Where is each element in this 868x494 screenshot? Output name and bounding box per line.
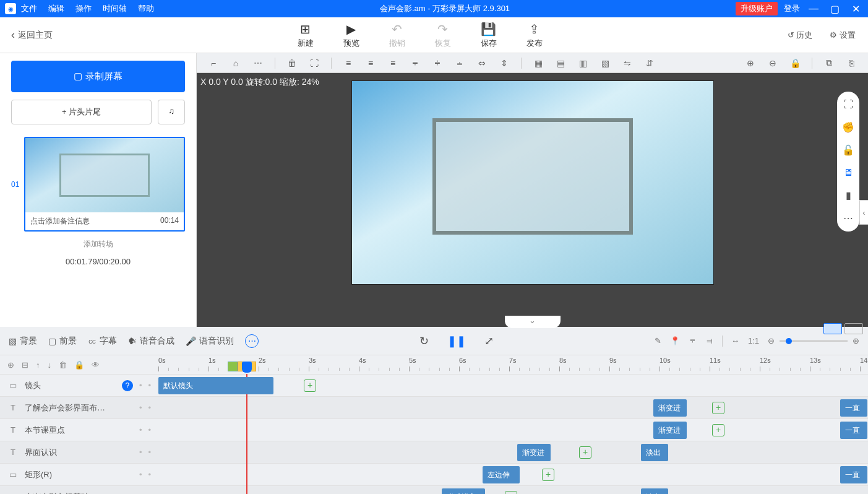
zoom-out-tl-icon[interactable]: ⊖ (768, 336, 775, 345)
tabs-more-button[interactable]: ⋯ (245, 334, 259, 348)
zoom-in-icon[interactable]: ⊕ (742, 58, 758, 68)
timeline-clip[interactable]: 渐变进 (517, 444, 551, 461)
delete-track-icon[interactable]: 🗑 (59, 360, 67, 370)
add-transition-link[interactable]: 添加转场 (11, 239, 185, 249)
close-icon[interactable]: ✕ (848, 3, 863, 15)
add-keyframe-button[interactable]: + (505, 491, 517, 494)
track-dot[interactable]: • (139, 403, 142, 412)
track-lane[interactable]: 默认镜头+ (158, 375, 868, 396)
align-top-icon[interactable]: ⫧ (407, 58, 423, 68)
tab-asr[interactable]: 🎤语音识别 (186, 336, 234, 347)
save-button[interactable]: 💾保存 (481, 22, 497, 49)
menu-edit[interactable]: 编辑 (48, 3, 64, 14)
lock-track-icon[interactable]: 🔒 (74, 360, 84, 370)
align-middle-icon[interactable]: ⫩ (429, 58, 445, 68)
zoom-in-tl-icon[interactable]: ⊕ (853, 336, 859, 345)
timeline-clip[interactable]: 弹跳进入 (442, 488, 485, 494)
track-dot[interactable]: • (139, 381, 142, 390)
lock-icon[interactable]: 🔒 (787, 58, 803, 68)
view-normal-icon[interactable] (823, 323, 842, 334)
track-dot[interactable]: • (139, 470, 142, 479)
track-dot[interactable]: • (139, 425, 142, 435)
clip-item[interactable]: 01 点击添加备注信息 00:14 (11, 137, 185, 232)
preview-button[interactable]: ▶预览 (343, 22, 359, 49)
add-music-button[interactable]: ♫ (158, 100, 185, 124)
fullscreen-icon[interactable]: ⛶ (843, 99, 853, 110)
distrib-h-icon[interactable]: ⇔ (474, 58, 490, 68)
video-preview[interactable] (351, 80, 714, 285)
timeline-clip[interactable]: 一直 (840, 399, 867, 417)
layer-front-icon[interactable]: ▦ (530, 58, 546, 68)
track-lane[interactable]: 渐变进+一直 (158, 397, 868, 418)
fullscreen-play-icon[interactable]: ⤢ (484, 334, 494, 348)
home-icon[interactable]: ⌂ (228, 58, 244, 68)
track-lane[interactable]: 渐变进+一直 (158, 419, 868, 441)
hand-icon[interactable]: ✊ (842, 121, 854, 133)
pause-icon[interactable]: ❚❚ (447, 334, 466, 348)
add-keyframe-button[interactable]: + (712, 424, 724, 436)
zoom-slider[interactable] (780, 340, 848, 342)
track-lane[interactable]: 左边伸+一直 (158, 464, 868, 485)
layer-back-icon[interactable]: ▧ (597, 58, 613, 68)
menu-timeline[interactable]: 时间轴 (103, 3, 127, 14)
add-keyframe-icon[interactable]: ⊕ (7, 360, 14, 370)
more-v-icon[interactable]: ⋯ (843, 212, 853, 224)
align-left-icon[interactable]: ≡ (340, 58, 356, 68)
track-name[interactable]: 矩形(R) (25, 469, 133, 480)
fit-width-icon[interactable]: ↔ (731, 336, 739, 345)
track-lane[interactable]: 渐变进+淡出 (158, 441, 868, 463)
redo-button[interactable]: ↷恢复 (435, 22, 451, 49)
back-home-button[interactable]: 返回主页 (11, 28, 53, 41)
ruler-icon[interactable]: ⌐ (205, 58, 221, 68)
timeline-clip[interactable]: 渐变进 (653, 399, 687, 417)
track-lane[interactable]: 弹跳进入+淡出 (158, 486, 868, 494)
tab-tts[interactable]: 🗣语音合成 (128, 336, 174, 347)
adjust-icon[interactable]: ⫤ (705, 336, 713, 345)
layer-backward-icon[interactable]: ▥ (575, 58, 591, 68)
timeline-clip[interactable]: 左边伸 (483, 466, 520, 483)
one-to-one-icon[interactable]: 1:1 (748, 336, 759, 345)
remove-keyframe-icon[interactable]: ⊟ (22, 360, 28, 370)
add-keyframe-button[interactable]: + (304, 379, 316, 392)
edit-tool-icon[interactable]: ✎ (655, 336, 661, 345)
unlock-icon[interactable]: 🔓 (842, 144, 854, 156)
flip-h-icon[interactable]: ⇋ (619, 58, 635, 68)
timeline-clip[interactable]: 渐变进 (653, 422, 687, 439)
maximize-icon[interactable]: ▢ (827, 3, 842, 15)
tab-background[interactable]: ▧背景 (9, 336, 37, 347)
timeline-clip[interactable]: 一直 (840, 422, 867, 439)
track-name[interactable]: 本节课重点 (25, 425, 133, 436)
track-dot[interactable]: • (148, 448, 151, 457)
track-name[interactable]: 镜头 (25, 380, 116, 391)
record-screen-button[interactable]: 录制屏幕 (11, 61, 185, 92)
align-bottom-icon[interactable]: ⫨ (452, 58, 468, 68)
intro-outro-button[interactable]: 片头片尾 (11, 100, 152, 124)
add-keyframe-button[interactable]: + (712, 402, 724, 414)
visibility-icon[interactable]: 👁 (92, 360, 100, 370)
view-split-icon[interactable] (844, 323, 863, 334)
timeline-clip[interactable]: 一直 (840, 466, 867, 483)
clip-note-placeholder[interactable]: 点击添加备注信息 (30, 216, 90, 227)
menu-file[interactable]: 文件 (21, 3, 37, 14)
paste-icon[interactable]: ⎘ (843, 58, 859, 68)
track-name[interactable]: 界面认识 (25, 447, 133, 458)
align-center-icon[interactable]: ≡ (363, 58, 379, 68)
help-icon[interactable]: ? (122, 380, 133, 391)
distrib-v-icon[interactable]: ⇕ (496, 58, 512, 68)
mobile-view-icon[interactable]: ▮ (846, 189, 851, 201)
time-ruler[interactable]: 0s1s2s3s4s5s6s7s8s9s10s11s12s13s14s (158, 355, 868, 374)
add-keyframe-button[interactable]: + (542, 469, 554, 481)
track-dot[interactable]: • (148, 381, 151, 390)
track-dot[interactable]: • (148, 470, 151, 479)
move-down-icon[interactable]: ↓ (48, 360, 52, 370)
history-button[interactable]: ↺ 历史 (788, 30, 813, 41)
timeline-clip[interactable]: 淡出 (641, 488, 668, 494)
filter-icon[interactable]: ⫧ (689, 336, 697, 345)
tab-subtitle[interactable]: ㏄字幕 (88, 336, 117, 347)
settings-button[interactable]: ⚙ 设置 (830, 30, 856, 41)
replay-icon[interactable]: ↻ (419, 334, 429, 348)
menu-help[interactable]: 帮助 (138, 3, 154, 14)
tab-foreground[interactable]: ▢前景 (48, 336, 77, 347)
menu-action[interactable]: 操作 (75, 3, 92, 14)
track-name[interactable]: 会声会影入门基础… (25, 492, 133, 495)
